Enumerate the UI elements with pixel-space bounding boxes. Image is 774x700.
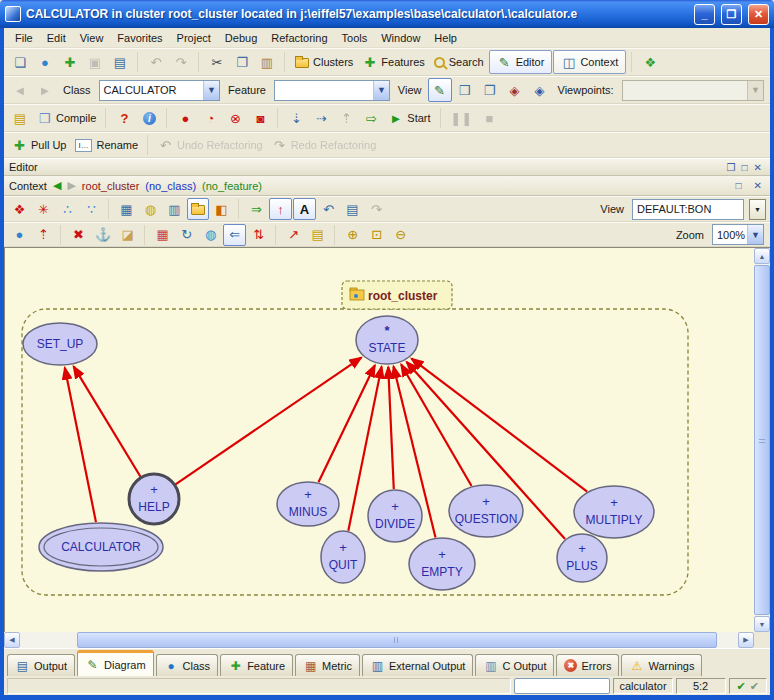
expand-links-button[interactable]: ∴	[56, 198, 79, 220]
menu-favorites[interactable]: Favorites	[110, 30, 169, 46]
new-class-button[interactable]: ✚	[58, 50, 82, 74]
class-node-HELP[interactable]: +HELP	[129, 474, 179, 524]
inheritance-link-HELP-STATE[interactable]	[175, 358, 361, 485]
view-contract-button[interactable]: ◈	[503, 78, 527, 102]
editor-toggle-button[interactable]: ✎Editor	[489, 50, 553, 74]
class-node-QUESTION[interactable]: +QUESTION	[449, 485, 523, 537]
class-node-SET_UP[interactable]: SET_UP	[23, 323, 97, 365]
inheritance-link-DIVIDE-STATE[interactable]	[388, 367, 394, 489]
zoom-combo[interactable]: 100%▼	[712, 224, 764, 245]
title-bar[interactable]: CALCULATOR in cluster root_cluster locat…	[0, 0, 774, 28]
menu-edit[interactable]: Edit	[40, 30, 73, 46]
inheritance-links-button[interactable]: ❖	[8, 198, 31, 220]
inheritance-link-MINUS-STATE[interactable]	[318, 365, 374, 482]
search-button[interactable]: Search	[430, 50, 488, 74]
export-emf-button[interactable]: ◍	[139, 198, 162, 220]
scroll-down-icon[interactable]: ▼	[754, 616, 770, 632]
close-button[interactable]: ✕	[748, 4, 769, 25]
feature-combo[interactable]: ▼	[274, 80, 390, 101]
tab-warnings[interactable]: ⚠Warnings	[621, 654, 702, 676]
context-back-icon[interactable]: ◀	[53, 179, 61, 192]
horizontal-scrollbar[interactable]: ◀ ▶	[4, 632, 754, 648]
zoom-out-button[interactable]: ⊖	[389, 224, 412, 246]
viewpoints-combo[interactable]: ▼	[622, 80, 764, 101]
create-inheritance-tool-button[interactable]: ⇡	[32, 224, 55, 246]
class-view-button[interactable]: ◧	[210, 198, 233, 220]
class-node-PLUS[interactable]: +PLUS	[557, 534, 607, 582]
uml-view-button[interactable]: ▥	[163, 198, 186, 220]
vertical-scroll-thumb[interactable]	[754, 265, 770, 615]
project-info-button[interactable]: i	[137, 106, 161, 130]
inheritance-link-CALCULATOR-SET_UP[interactable]	[65, 368, 96, 522]
cluster-view-button[interactable]	[187, 198, 209, 220]
put-class-button[interactable]: ⇒	[245, 198, 268, 220]
menu-debug[interactable]: Debug	[218, 30, 264, 46]
tab-class[interactable]: ●Class	[156, 654, 219, 676]
menu-window[interactable]: Window	[374, 30, 427, 46]
create-class-tool-button[interactable]: ●	[8, 224, 31, 246]
minimize-button[interactable]: _	[694, 4, 715, 25]
status-input-field[interactable]	[514, 678, 610, 694]
context-cluster-crumb[interactable]: root_cluster	[82, 180, 139, 192]
menu-file[interactable]: File	[8, 30, 40, 46]
diagram-undo-button[interactable]: ↶	[317, 198, 340, 220]
anchor-tool-button[interactable]: ↗	[282, 224, 305, 246]
open-in-new-editor-button[interactable]: ●	[33, 50, 57, 74]
step-over-button[interactable]: ⇢	[309, 106, 333, 130]
horizontal-scroll-thumb[interactable]	[77, 632, 717, 648]
sort-links-button[interactable]: ⇅	[247, 224, 270, 246]
diagram-canvas[interactable]: root_clusterSET_UP*STATE+HELPCALCULATOR+…	[4, 247, 754, 632]
tab-errors[interactable]: ✖Errors	[556, 654, 619, 676]
class-node-MINUS[interactable]: +MINUS	[277, 482, 339, 526]
scroll-right-icon[interactable]: ▶	[738, 632, 754, 648]
class-node-DIVIDE[interactable]: +DIVIDE	[368, 490, 422, 542]
project-settings-button[interactable]: ▤	[8, 106, 32, 130]
tab-metric[interactable]: ▦Metric	[295, 654, 360, 676]
diagram-view-drop[interactable]: ▼	[749, 199, 766, 220]
view-interface-button[interactable]: ◈	[528, 78, 552, 102]
class-combo[interactable]: CALCULATOR▼	[99, 80, 221, 101]
features-button[interactable]: ✚Features	[358, 50, 428, 74]
debug-clear-button[interactable]: ⊗	[223, 106, 247, 130]
zoom-in-button[interactable]: ⊕	[341, 224, 364, 246]
pull-up-button[interactable]: ✚Pull Up	[8, 134, 70, 156]
class-node-MULTIPLY[interactable]: +MULTIPLY	[574, 486, 654, 538]
new-development-window-button[interactable]: ❖	[638, 50, 662, 74]
view-basic-text-button[interactable]: ✎	[428, 78, 452, 102]
save-all-button[interactable]: ▤	[108, 50, 132, 74]
diagram-notes-button[interactable]: ▤	[306, 224, 329, 246]
context-class-crumb[interactable]: (no_class)	[145, 180, 196, 192]
class-node-STATE[interactable]: *STATE	[356, 316, 418, 364]
remove-anchor-button[interactable]: ⚓	[91, 224, 115, 246]
step-into-button[interactable]: ⇣	[284, 106, 308, 130]
clusters-button[interactable]: Clusters	[291, 50, 357, 74]
feature-combo-arrow-icon[interactable]: ▼	[373, 81, 389, 100]
tab-c-output[interactable]: ▥C Output	[475, 654, 554, 676]
zoom-combo-arrow-icon[interactable]: ▼	[747, 225, 763, 244]
inheritance-link-MULTIPLY-STATE[interactable]	[412, 359, 588, 492]
tab-output[interactable]: ▤Output	[7, 654, 75, 676]
menu-view[interactable]: View	[73, 30, 111, 46]
panel-close-icon[interactable]: ✕	[751, 162, 765, 173]
inheritance-link-QUESTION-STATE[interactable]	[401, 364, 471, 486]
start-button[interactable]: ►Start	[384, 106, 434, 130]
viewpoints-combo-arrow-icon[interactable]: ▼	[747, 81, 763, 100]
tab-diagram[interactable]: ✎Diagram	[77, 650, 154, 676]
context-toggle-button[interactable]: ◫Context	[553, 50, 626, 74]
rotate-button[interactable]: ↻	[175, 224, 198, 246]
class-node-EMPTY[interactable]: +EMPTY	[409, 538, 475, 590]
compile-query-button[interactable]: ?	[112, 106, 136, 130]
panel-float-icon[interactable]: ❐	[724, 162, 739, 173]
context-close-icon[interactable]: ✕	[751, 180, 765, 191]
view-clickable-button[interactable]: ❒	[453, 78, 477, 102]
menu-project[interactable]: Project	[170, 30, 218, 46]
new-document-button[interactable]: ❏	[8, 50, 32, 74]
run-ignoring-breakpoints-button[interactable]: ⇨	[359, 106, 383, 130]
vertical-scrollbar[interactable]: ▲ ▼	[754, 247, 770, 632]
compile-button[interactable]: ❒Compile	[33, 106, 100, 130]
view-flat-button[interactable]: ❐	[478, 78, 502, 102]
bon-diagram[interactable]: root_clusterSET_UP*STATE+HELPCALCULATOR+…	[5, 248, 754, 632]
scroll-up-icon[interactable]: ▲	[754, 248, 770, 264]
center-on-selection-button[interactable]: ⇐	[223, 224, 246, 246]
class-node-QUIT[interactable]: +QUIT	[321, 531, 365, 583]
